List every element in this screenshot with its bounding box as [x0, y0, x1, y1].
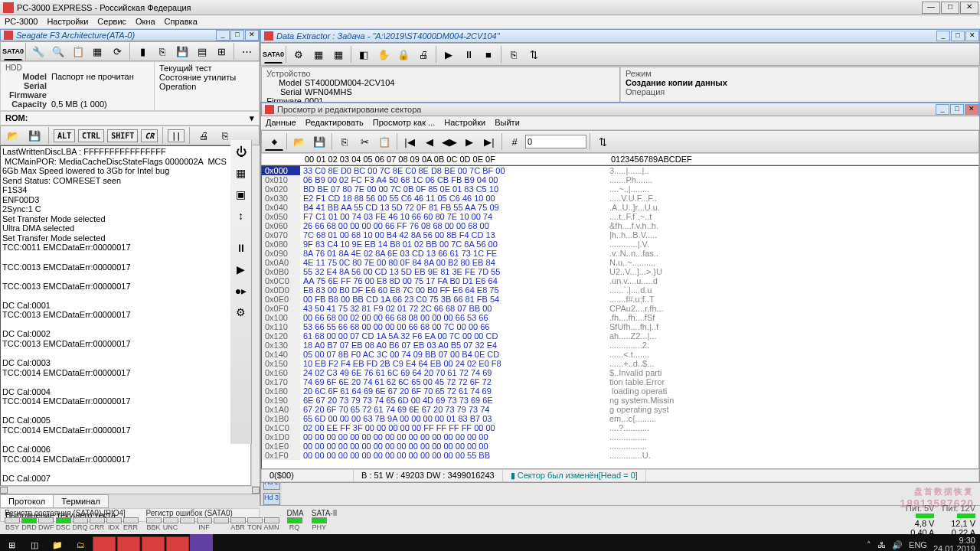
hex-prev-icon[interactable]: ◀ — [420, 132, 439, 151]
hex-cut-icon[interactable]: ✂ — [355, 132, 374, 151]
search-icon[interactable]: 🔍 — [49, 42, 67, 60]
copy-icon[interactable]: ⎘ — [153, 42, 172, 60]
pause-icon[interactable]: ⏸ — [459, 45, 478, 64]
hex-max-button[interactable]: □ — [950, 104, 964, 115]
hex-row[interactable]: 0x020BD BE 07 80 7E 00 00 7C 0B 0F 85 0E… — [262, 184, 978, 194]
close-button[interactable]: ✕ — [960, 2, 978, 14]
hex-row[interactable]: 0x0B055 32 E4 8A 56 00 CD 13 5D EB 9E 81… — [262, 267, 978, 276]
hex-sliders-icon[interactable]: ⇅ — [593, 132, 612, 151]
hex-min-button[interactable]: _ — [936, 104, 949, 115]
lt-gear-icon[interactable]: ⚙ — [233, 304, 250, 321]
hex-row[interactable]: 0x15010 EB F2 F4 EB FD 2B C9 E4 64 EB 00… — [262, 359, 978, 368]
hand-icon[interactable]: ✋ — [374, 45, 393, 64]
tray-up-icon[interactable]: ˄ — [867, 540, 871, 550]
hex-row[interactable]: 0x16024 02 C3 49 6E 76 61 6C 69 64 20 70… — [262, 368, 978, 377]
tab-protocol[interactable]: Протокол — [0, 494, 54, 508]
sata0-button[interactable]: SATA0 — [4, 42, 22, 60]
lt-probe-icon[interactable]: ↕ — [233, 207, 250, 224]
hex-next-icon[interactable]: ▶ — [460, 132, 479, 151]
lock-icon[interactable]: 🔒 — [394, 45, 413, 64]
grid-icon[interactable]: ▦ — [88, 42, 106, 60]
grid2-icon[interactable]: ⊞ — [212, 42, 230, 60]
hex-row[interactable]: 0x00033 C0 8E D0 BC 00 7C 8E C0 8E D8 BE… — [262, 166, 978, 175]
tab-terminal[interactable]: Терминал — [53, 494, 109, 508]
sliders-icon[interactable]: ⇅ — [524, 45, 543, 64]
right-close-button[interactable]: ✕ — [965, 31, 979, 41]
cr-button[interactable]: CR — [141, 129, 158, 142]
chip-icon[interactable]: ▮ — [133, 42, 152, 60]
left-max-button[interactable]: □ — [230, 30, 244, 41]
hex-row[interactable]: 0x1C002 00 EE FF 3F 00 00 00 00 00 FF FF… — [262, 423, 978, 432]
hex-sata-button[interactable]: ◈ — [265, 132, 283, 151]
hex-row[interactable]: 0x1A067 20 6F 70 65 72 61 74 69 6E 67 20… — [262, 405, 978, 414]
start-button[interactable]: ⊞ — [0, 534, 23, 551]
hex-menu-exit[interactable]: Выйти — [495, 118, 520, 128]
hex-goto-icon[interactable]: # — [505, 132, 524, 151]
right-min-button[interactable]: _ — [936, 31, 950, 41]
hex-row[interactable]: 0x040B4 41 BB AA 55 CD 13 5D 72 0F 81 FB… — [262, 203, 978, 212]
hex-row[interactable]: 0x10000 66 68 00 02 00 00 66 68 08 00 00… — [262, 313, 978, 322]
lt-play-icon[interactable]: ▶ — [233, 261, 250, 278]
log-scrollbar-v[interactable] — [251, 145, 260, 486]
menu-help[interactable]: Справка — [165, 17, 198, 27]
tray-network-icon[interactable]: 🖧 — [877, 540, 886, 549]
hex-row[interactable]: 0x0E000 FB B8 00 BB CD 1A 66 23 C0 75 3B… — [262, 295, 978, 304]
hex-save-icon[interactable]: 💾 — [310, 132, 328, 151]
hex-open-icon[interactable]: 📂 — [290, 132, 309, 151]
hex-first-icon[interactable]: |◀ — [400, 132, 419, 151]
log-scrollbar-h[interactable] — [0, 486, 260, 494]
log-open-icon[interactable]: 📂 — [4, 126, 22, 145]
log-save-icon[interactable]: 💾 — [25, 126, 44, 145]
hex-row[interactable]: 0x1D000 00 00 00 00 00 00 00 00 00 00 00… — [262, 432, 978, 442]
task-pc3000-1[interactable] — [93, 536, 116, 551]
hex-row[interactable]: 0x13018 A0 B7 07 EB 08 A0 B6 07 EB 03 A0… — [262, 341, 978, 350]
right-max-button[interactable]: □ — [951, 31, 965, 41]
ctrl-button[interactable]: CTRL — [78, 129, 104, 142]
hex-row[interactable]: 0x1906E 67 20 73 79 73 74 65 6D 00 4D 69… — [262, 396, 978, 405]
print-icon[interactable]: 🖨 — [194, 126, 213, 145]
hex-menu-view[interactable]: Просмотр как ... — [373, 118, 436, 128]
hex-row[interactable]: 0x0A04E 11 75 0C 80 7E 00 80 0F 84 8A 00… — [262, 258, 978, 267]
hex-paste-icon[interactable]: 📋 — [375, 132, 394, 151]
hex-row[interactable]: 0x17074 69 6F 6E 20 74 61 62 6C 65 00 45… — [262, 377, 978, 386]
hex-row[interactable]: 0x0707C 68 01 00 68 10 00 B4 42 8A 56 00… — [262, 230, 978, 240]
hex-goto-input[interactable] — [525, 135, 586, 148]
tray-lang[interactable]: ENG — [909, 540, 927, 549]
menu-settings[interactable]: Настройки — [47, 17, 88, 27]
hex-row[interactable]: 0x0809F 83 C4 10 9E EB 14 B8 01 02 BB 00… — [262, 240, 978, 249]
hex-row[interactable]: 0x030E2 F1 CD 18 88 56 00 55 C6 46 11 05… — [262, 194, 978, 203]
left-min-button[interactable]: _ — [216, 30, 230, 41]
maximize-button[interactable]: □ — [941, 2, 959, 14]
taskview-button[interactable]: ◫ — [23, 534, 46, 551]
hex-last-icon[interactable]: ▶| — [480, 132, 498, 151]
task-pc3000-2[interactable] — [117, 536, 140, 551]
tray-clock[interactable]: 9:30 24.01.2019 — [933, 536, 975, 551]
hex-menu-settings[interactable]: Настройки — [444, 118, 485, 128]
menu-service[interactable]: Сервис — [97, 17, 126, 27]
minimize-button[interactable]: — — [922, 2, 940, 14]
lt-record-icon[interactable]: ●▸ — [233, 282, 250, 299]
hex-row[interactable]: 0x0F043 50 41 75 32 81 F9 02 01 72 2C 66… — [262, 304, 978, 313]
table-icon[interactable]: ▤ — [193, 42, 211, 60]
stop-icon[interactable]: ■ — [479, 45, 498, 64]
hex-row[interactable]: 0x050F7 C1 01 00 74 03 FE 46 10 66 60 80… — [262, 212, 978, 221]
lt-grid-icon[interactable]: ▦ — [233, 165, 250, 181]
hex-row[interactable]: 0x01006 B9 00 02 FC F3 A4 50 68 1C 06 CB… — [262, 175, 978, 184]
left-close-button[interactable]: ✕ — [245, 30, 259, 41]
task-pc3000-4[interactable] — [166, 536, 189, 551]
hex-row[interactable]: 0x1B065 6D 00 00 00 63 7B 9A 00 00 00 00… — [262, 414, 978, 423]
hex2-icon[interactable]: ▦ — [329, 45, 348, 64]
hex-menu-edit[interactable]: Редактировать — [305, 118, 364, 128]
hex-row[interactable]: 0x0D0E8 83 00 B0 DF E6 60 E8 7C 00 B0 FF… — [262, 285, 978, 295]
lt-chip-icon[interactable]: ▣ — [233, 186, 250, 203]
hex-menu-data[interactable]: Данные — [266, 118, 296, 128]
hex-icon[interactable]: ▦ — [309, 45, 328, 64]
hex-row[interactable]: 0x11053 66 55 66 68 00 00 00 00 66 68 00… — [262, 322, 978, 331]
hex-row[interactable]: 0x0908A 76 01 8A 4E 02 8A 6E 03 CD 13 66… — [262, 249, 978, 258]
task-other[interactable] — [190, 534, 213, 551]
tree-icon[interactable]: ◧ — [354, 45, 373, 64]
hex-row[interactable]: 0x0C0AA 75 6E FF 76 00 E8 8D 00 75 17 FA… — [262, 276, 978, 285]
play-icon[interactable]: ▶ — [439, 45, 458, 64]
gear-icon[interactable]: ⚙ — [289, 45, 308, 64]
task-pc3000-3[interactable] — [142, 536, 165, 551]
